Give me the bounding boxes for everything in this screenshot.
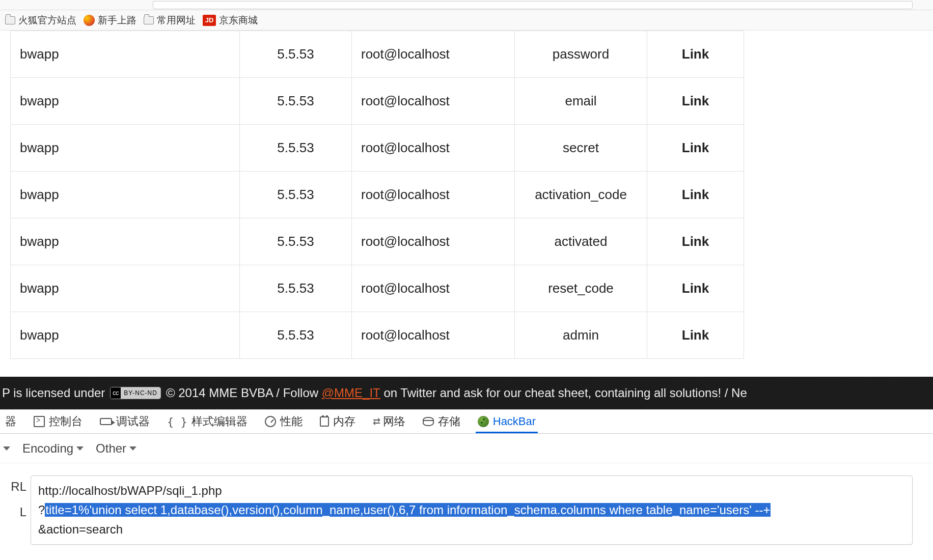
data-cell: root@localhost (352, 312, 515, 359)
results-tbody: bwapp5.5.53root@localhostpasswordLinkbwa… (11, 31, 744, 359)
tab-label: 性能 (280, 414, 303, 429)
tab-label: 网络 (383, 414, 405, 429)
hackbar-url-input[interactable]: http://localhost/bWAPP/sqli_1.php ?title… (31, 475, 913, 545)
chip-icon (320, 416, 329, 427)
tab-inspector-partial[interactable]: 器 (3, 410, 18, 433)
firefox-icon (84, 15, 95, 26)
data-cell: root@localhost (352, 78, 515, 125)
footer-text-left: P is licensed under (2, 386, 105, 400)
database-icon (423, 417, 434, 426)
data-cell: root@localhost (352, 31, 515, 78)
tab-storage[interactable]: 存储 (421, 410, 462, 433)
dropdown-label: Encoding (22, 441, 73, 456)
table-row: bwapp5.5.53root@localhostactivation_code… (11, 172, 744, 218)
bookmark-firefox-official[interactable]: 火狐官方站点 (5, 14, 76, 27)
link-cell[interactable]: Link (647, 78, 744, 125)
jd-icon: JD (203, 15, 216, 26)
folder-icon (5, 16, 15, 24)
data-cell: 5.5.53 (240, 172, 352, 218)
tab-network[interactable]: ⇄ 网络 (371, 410, 407, 433)
bookmark-label: 常用网址 (157, 14, 196, 27)
address-bar[interactable] (153, 1, 913, 9)
data-cell: 5.5.53 (240, 312, 352, 359)
data-cell: bwapp (11, 125, 240, 172)
footer-text-mid1: © 2014 MME BVBA / Follow (166, 386, 318, 400)
label-url: RL (0, 475, 26, 498)
page-content: bwapp5.5.53root@localhostpasswordLinkbwa… (0, 31, 933, 377)
data-cell: bwapp (11, 78, 240, 125)
cc-license-text: BY-NC-ND (121, 387, 160, 399)
data-cell: 5.5.53 (240, 265, 352, 312)
hackbar-toolbar: Encoding Other (0, 434, 933, 463)
tab-memory[interactable]: 内存 (318, 410, 358, 433)
bookmark-jd[interactable]: JD 京东商城 (203, 14, 258, 27)
data-cell: admin (515, 312, 647, 359)
link-cell[interactable]: Link (647, 125, 744, 172)
data-cell: root@localhost (352, 172, 515, 218)
link-cell[interactable]: Link (647, 172, 744, 218)
data-cell: 5.5.53 (240, 78, 352, 125)
data-cell: bwapp (11, 172, 240, 218)
chevron-down-icon (129, 446, 136, 451)
folder-icon (144, 16, 154, 24)
hackbar-other-dropdown[interactable]: Other (96, 441, 136, 456)
url-field-labels: RL L (0, 475, 31, 545)
results-table: bwapp5.5.53root@localhostpasswordLinkbwa… (10, 31, 744, 359)
table-row: bwapp5.5.53root@localhostsecretLink (11, 125, 744, 172)
chevron-down-icon (76, 446, 84, 451)
footer-twitter-link[interactable]: @MME_IT (322, 386, 380, 400)
link-cell[interactable]: Link (647, 218, 744, 265)
dropdown-label: Other (96, 441, 126, 456)
link-cell[interactable]: Link (647, 31, 744, 78)
bookmark-label: 京东商城 (219, 14, 258, 27)
data-cell: password (515, 31, 647, 78)
data-cell: bwapp (11, 31, 240, 78)
bookmark-label: 新手上路 (98, 14, 136, 27)
url-line-1: http://localhost/bWAPP/sqli_1.php (38, 481, 905, 500)
data-cell: activated (515, 218, 647, 265)
data-cell: bwapp (11, 218, 240, 265)
tab-debugger[interactable]: 调试器 (98, 410, 152, 433)
tab-style-editor[interactable]: { } 样式编辑器 (165, 410, 250, 433)
cc-icon: cc (111, 387, 121, 399)
tab-label: 内存 (333, 414, 355, 429)
browser-chrome-top (0, 0, 933, 10)
table-row: bwapp5.5.53root@localhostreset_codeLink (11, 265, 744, 312)
data-cell: 5.5.53 (240, 31, 352, 78)
tab-label: 器 (5, 414, 16, 429)
debugger-icon (100, 418, 112, 425)
table-row: bwapp5.5.53root@localhostadminLink (11, 312, 744, 359)
braces-icon: { } (167, 415, 187, 428)
page-footer: P is licensed under cc BY-NC-ND © 2014 M… (0, 377, 933, 409)
tab-hackbar[interactable]: HackBar (476, 410, 538, 433)
tab-console[interactable]: 控制台 (32, 410, 85, 433)
tab-label: HackBar (493, 415, 536, 428)
tab-label: 调试器 (116, 414, 150, 429)
tab-performance[interactable]: 性能 (263, 410, 305, 433)
console-icon (34, 416, 45, 427)
data-cell: root@localhost (352, 218, 515, 265)
data-cell: bwapp (11, 312, 240, 359)
label-l: L (0, 501, 26, 523)
chevron-down-icon (3, 446, 10, 451)
table-row: bwapp5.5.53root@localhostpasswordLink (11, 31, 744, 78)
url-line2-prefix: ? (38, 503, 45, 517)
hackbar-encoding-dropdown[interactable]: Encoding (22, 441, 84, 456)
footer-text-mid2: on Twitter and ask for our cheat sheet, … (383, 386, 747, 400)
devtools-tabs: 器 控制台 调试器 { } 样式编辑器 性能 内存 ⇄ 网络 存储 HackBa… (0, 409, 933, 434)
data-cell: bwapp (11, 265, 240, 312)
url-line-3: &action=search (38, 520, 905, 539)
data-cell: email (515, 78, 647, 125)
cc-license-badge[interactable]: cc BY-NC-ND (110, 387, 161, 399)
data-cell: secret (515, 125, 647, 172)
url-selected-text: title=1%'union select 1,database(),versi… (45, 503, 771, 517)
tab-label: 存储 (438, 414, 460, 429)
link-cell[interactable]: Link (647, 265, 744, 312)
gauge-icon (265, 416, 276, 427)
link-cell[interactable]: Link (647, 312, 744, 359)
bookmark-getting-started[interactable]: 新手上路 (84, 14, 136, 27)
hackbar-url-area: RL L http://localhost/bWAPP/sqli_1.php ?… (0, 463, 933, 545)
data-cell: 5.5.53 (240, 125, 352, 172)
hackbar-dropdown-first[interactable] (3, 446, 10, 451)
bookmark-common-sites[interactable]: 常用网址 (144, 14, 196, 27)
